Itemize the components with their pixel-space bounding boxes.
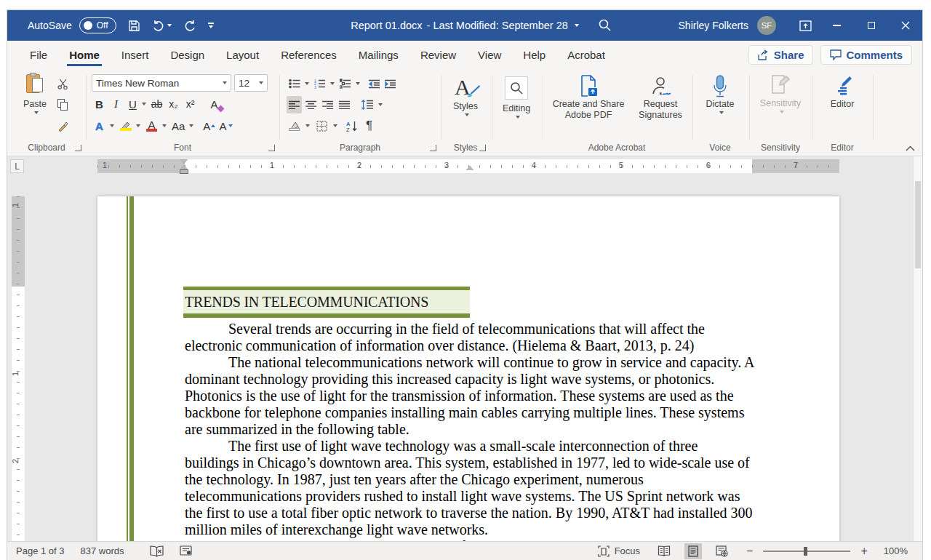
autosave-toggle[interactable]: Off (79, 17, 116, 33)
proofing-icon[interactable] (150, 545, 164, 557)
grow-font-button[interactable]: A (201, 117, 217, 135)
styles-dropdown-icon[interactable] (465, 113, 469, 116)
save-icon[interactable] (128, 20, 140, 32)
underline-button[interactable]: U (125, 95, 140, 113)
tab-help[interactable]: Help (512, 42, 556, 68)
hanging-indent-marker[interactable] (180, 165, 188, 169)
vertical-ruler[interactable]: 1 1 2 (12, 196, 25, 541)
decrease-indent-button[interactable] (367, 75, 382, 92)
line-spacing-dropdown-icon[interactable] (378, 103, 383, 106)
font-size-combobox[interactable]: 12 (234, 74, 268, 92)
right-indent-marker[interactable] (466, 166, 474, 170)
multilevel-dropdown-icon[interactable] (356, 82, 360, 85)
document-page[interactable]: TRENDS IN TELECOMMUNICATIONS Several tre… (97, 196, 839, 541)
numbering-button[interactable]: 123 (312, 75, 327, 92)
paragraph[interactable]: The national telecommunications network … (185, 354, 754, 438)
vertical-scrollbar[interactable] (913, 156, 922, 541)
clear-formatting-button[interactable]: A (207, 95, 222, 113)
underline-dropdown-icon[interactable] (142, 103, 146, 105)
align-right-button[interactable] (320, 96, 335, 113)
zoom-level[interactable]: 100% (884, 545, 908, 556)
italic-button[interactable]: I (108, 95, 124, 113)
editor-button[interactable]: Editor (820, 75, 864, 109)
print-layout-button[interactable] (684, 543, 702, 559)
word-count[interactable]: 837 words (81, 545, 124, 556)
tab-review[interactable]: Review (409, 42, 467, 68)
sensitivity-button[interactable]: Sensitivity (755, 75, 806, 113)
numbering-dropdown-icon[interactable] (330, 82, 335, 85)
focus-button[interactable]: Focus (594, 543, 644, 559)
page-indicator[interactable]: Page 1 of 3 (16, 545, 65, 556)
multilevel-list-button[interactable] (337, 75, 353, 92)
document-area[interactable]: L 1 1 2 3 4 5 6 7 1 1 2 (7, 156, 922, 541)
change-case-dropdown-icon[interactable] (189, 124, 193, 127)
collapse-ribbon-icon[interactable] (906, 145, 915, 151)
comments-button[interactable]: Comments (820, 45, 912, 65)
text-effects-button[interactable]: A (92, 117, 107, 135)
dictate-dropdown-icon[interactable] (719, 111, 724, 114)
increase-indent-button[interactable] (383, 75, 398, 92)
align-center-button[interactable] (303, 96, 319, 113)
show-formatting-button[interactable]: ¶ (361, 117, 377, 135)
zoom-slider-thumb[interactable] (804, 547, 807, 556)
user-name[interactable]: Shirley Folkerts (679, 20, 748, 31)
superscript-button[interactable]: x² (183, 95, 198, 113)
dictate-button[interactable]: Dictate (698, 75, 742, 114)
bullets-button[interactable] (287, 75, 302, 92)
undo-button[interactable] (152, 20, 172, 31)
tab-insert[interactable]: Insert (111, 42, 160, 68)
zoom-slider[interactable] (763, 551, 850, 552)
shading-dropdown-icon[interactable] (305, 124, 310, 127)
maximize-button[interactable] (854, 10, 888, 41)
shading-button[interactable] (287, 117, 302, 135)
paragraph[interactable]: The first use of light wave technology w… (185, 438, 754, 538)
align-left-button[interactable] (287, 96, 302, 113)
copy-button[interactable] (55, 96, 71, 113)
format-painter-button[interactable] (55, 117, 71, 135)
tab-file[interactable]: File (19, 42, 58, 68)
customize-quick-access-icon[interactable] (208, 23, 214, 28)
document-heading[interactable]: TRENDS IN TELECOMMUNICATIONS (183, 287, 470, 318)
editing-button[interactable]: Editing (498, 76, 535, 119)
tab-references[interactable]: References (270, 42, 348, 68)
paste-button[interactable]: Paste (19, 74, 51, 114)
font-name-combobox[interactable]: Times New Roman (92, 74, 231, 92)
zoom-in-button[interactable]: + (860, 545, 867, 558)
close-button[interactable] (888, 10, 922, 41)
paragraph[interactable]: Several trends are occurring in the fiel… (185, 321, 754, 354)
web-layout-button[interactable] (712, 543, 732, 559)
title-dropdown-icon[interactable] (575, 24, 579, 27)
horizontal-ruler[interactable]: 1 1 2 3 4 5 6 7 (97, 159, 839, 173)
subscript-button[interactable]: x₂ (166, 95, 181, 113)
highlight-dropdown-icon[interactable] (136, 124, 140, 127)
first-line-indent-marker[interactable] (180, 159, 188, 164)
create-share-pdf-button[interactable]: Create and Share Adobe PDF (547, 75, 630, 121)
undo-dropdown-icon[interactable] (167, 24, 172, 27)
left-indent-marker[interactable] (180, 170, 188, 173)
change-case-button[interactable]: Aa (170, 117, 186, 135)
ribbon-display-options-icon[interactable] (791, 10, 820, 41)
tab-view[interactable]: View (467, 42, 512, 68)
tab-mailings[interactable]: Mailings (348, 42, 409, 68)
cut-button[interactable] (55, 75, 71, 92)
editing-dropdown-icon[interactable] (516, 116, 520, 119)
justify-button[interactable] (337, 96, 352, 113)
tab-home[interactable]: Home (58, 42, 111, 68)
request-signatures-button[interactable]: Request Signatures (633, 75, 688, 121)
shrink-font-button[interactable]: A (217, 117, 234, 135)
read-mode-button[interactable] (654, 543, 674, 559)
tab-design[interactable]: Design (159, 42, 215, 68)
strikethrough-button[interactable]: ab (149, 95, 164, 113)
avatar[interactable]: SF (757, 16, 776, 35)
text-effects-dropdown-icon[interactable] (110, 124, 114, 127)
minimize-button[interactable] (820, 10, 854, 41)
accessibility-icon[interactable] (180, 545, 193, 557)
font-color-button[interactable]: A (144, 117, 159, 135)
styles-button[interactable]: A Styles (447, 75, 484, 116)
scrollbar-thumb[interactable] (915, 181, 921, 268)
share-button[interactable]: Share (748, 45, 814, 65)
bullets-dropdown-icon[interactable] (305, 82, 309, 85)
borders-dropdown-icon[interactable] (333, 124, 337, 127)
paste-dropdown-icon[interactable] (34, 111, 39, 114)
tab-layout[interactable]: Layout (215, 42, 270, 68)
